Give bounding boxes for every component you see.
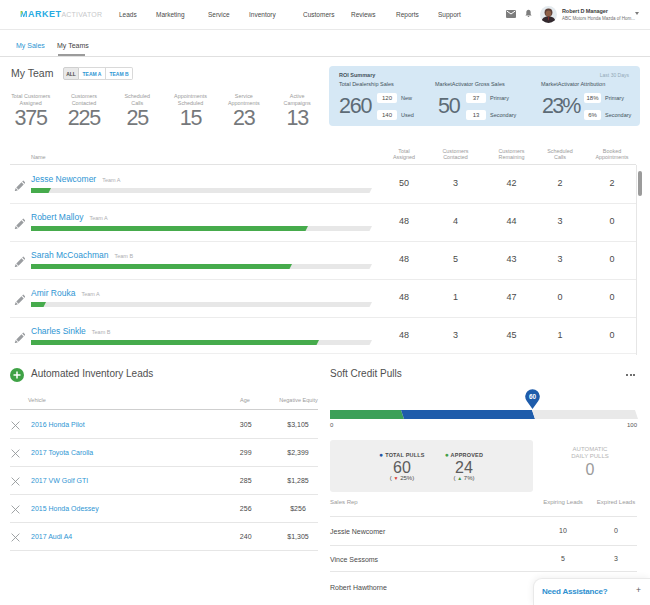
svg-text:60: 60 bbox=[529, 393, 537, 400]
